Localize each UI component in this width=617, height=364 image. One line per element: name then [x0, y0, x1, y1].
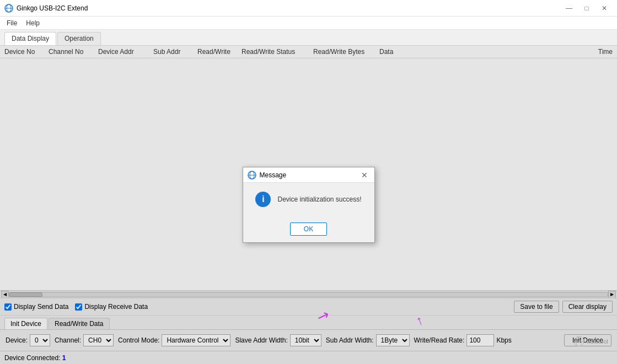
dialog-message: Device initialization success! [277, 195, 361, 203]
close-button[interactable]: ✕ [596, 2, 613, 15]
minimize-button[interactable]: — [561, 2, 577, 15]
title-bar-controls: — □ ✕ [561, 2, 613, 15]
dialog-title-bar: Message ✕ [243, 167, 374, 183]
dialog-body: i Device initialization success! [243, 183, 374, 222]
dialog-close-button[interactable]: ✕ [359, 170, 370, 181]
app-window: Ginkgo USB-I2C Extend — □ ✕ File Help Da… [0, 0, 617, 364]
dialog-content-row: i Device initialization success! [255, 192, 361, 207]
dialog-icon [248, 171, 256, 180]
app-title: Ginkgo USB-I2C Extend [17, 4, 88, 12]
dialog-title-left: Message [248, 171, 287, 180]
main-tabs: Data Display Operation [0, 30, 617, 46]
title-bar: Ginkgo USB-I2C Extend — □ ✕ [0, 0, 617, 17]
tab-operation[interactable]: Operation [57, 32, 101, 45]
dialog-footer: OK [243, 222, 374, 242]
info-icon: i [255, 192, 271, 207]
menu-bar: File Help [0, 17, 617, 30]
app-icon [4, 4, 13, 13]
dialog-overlay: Message ✕ i Device initialization succes… [0, 46, 617, 364]
message-dialog: Message ✕ i Device initialization succes… [243, 167, 375, 243]
ok-button[interactable]: OK [290, 222, 327, 236]
menu-file[interactable]: File [2, 18, 22, 28]
dialog-title: Message [260, 171, 287, 179]
menu-help[interactable]: Help [22, 18, 44, 28]
title-bar-left: Ginkgo USB-I2C Extend [4, 4, 88, 13]
tab-data-display[interactable]: Data Display [4, 32, 56, 45]
content-area: Device No Channel No Device Addr Sub Add… [0, 46, 617, 364]
maximize-button[interactable]: □ [578, 2, 595, 15]
